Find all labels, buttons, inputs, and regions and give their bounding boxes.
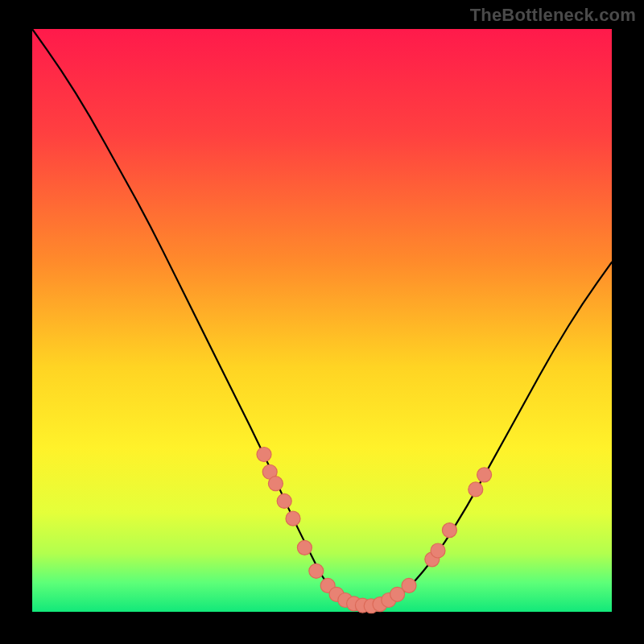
data-point <box>268 477 283 491</box>
data-point <box>469 482 483 497</box>
gradient-background <box>32 29 612 612</box>
data-point <box>257 448 271 462</box>
chart-frame: TheBottleneck.com <box>0 0 644 644</box>
data-point <box>442 523 456 538</box>
data-point <box>477 468 492 482</box>
data-point <box>277 493 291 508</box>
watermark-text: TheBottleneck.com <box>470 5 636 26</box>
data-point <box>431 543 445 558</box>
data-point <box>286 511 300 526</box>
data-point <box>309 564 324 578</box>
data-point <box>402 578 416 592</box>
bottleneck-chart <box>0 0 644 644</box>
data-point <box>297 540 312 555</box>
